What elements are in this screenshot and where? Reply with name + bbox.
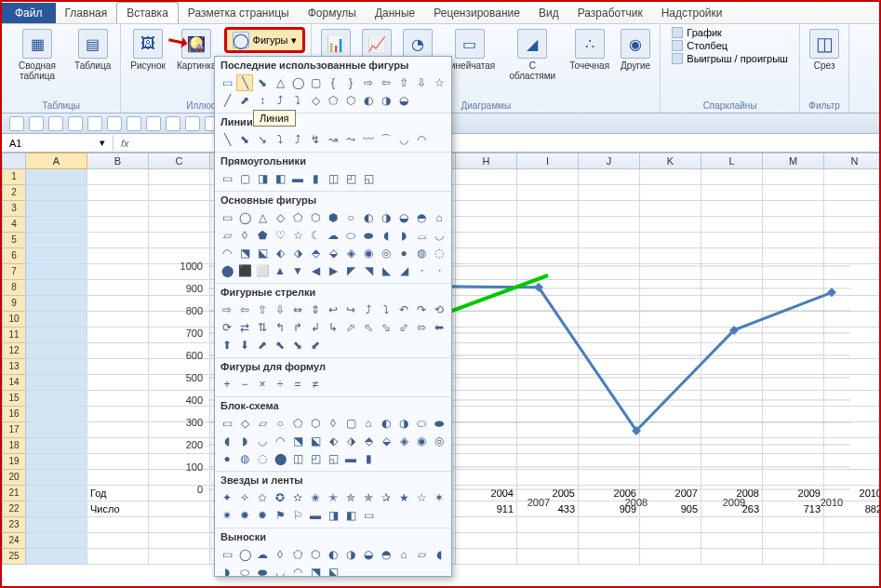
cell-J3[interactable] — [579, 201, 640, 217]
shape-option[interactable]: ▮ — [360, 450, 377, 467]
row-header-7[interactable]: 7 — [2, 264, 26, 280]
cell-B1[interactable] — [87, 169, 149, 185]
shape-option[interactable]: ⬟ — [254, 227, 271, 244]
cell-J2[interactable] — [579, 185, 640, 201]
shape-option[interactable]: ⬬ — [360, 227, 377, 244]
cell-B16[interactable] — [87, 407, 149, 422]
cell-C3[interactable] — [149, 201, 210, 217]
shape-option[interactable]: ◌ — [254, 450, 271, 467]
shape-option[interactable]: ◧ — [272, 170, 288, 187]
row-header-2[interactable]: 2 — [2, 185, 26, 201]
cell-A19[interactable] — [26, 454, 87, 470]
shape-option[interactable]: ✦ — [219, 489, 235, 506]
shape-option[interactable]: ▱ — [254, 415, 271, 432]
shape-option[interactable]: ⇅ — [254, 319, 271, 336]
cell-M3[interactable] — [763, 201, 824, 217]
shape-option[interactable]: ☆ — [289, 227, 306, 244]
column-header-M[interactable]: M — [763, 153, 824, 169]
shape-option[interactable]: ▭ — [219, 415, 235, 432]
row-header-16[interactable]: 16 — [2, 407, 26, 422]
shape-option[interactable]: ⬤ — [219, 262, 235, 279]
shape-option[interactable]: × — [254, 376, 271, 393]
shapes-button[interactable]: ◯ Фигуры ▾ — [224, 27, 306, 53]
cell-N3[interactable] — [824, 201, 879, 217]
shape-option[interactable]: ↶ — [395, 301, 412, 318]
cell-I3[interactable] — [517, 201, 579, 217]
shape-option[interactable]: ◫ — [289, 450, 306, 467]
shape-option[interactable]: ◧ — [342, 507, 359, 524]
cell-A3[interactable] — [26, 201, 87, 217]
pivot-table-button[interactable]: ▦ Сводная таблица — [7, 27, 67, 83]
cell-A23[interactable] — [26, 517, 87, 533]
cell-N4[interactable] — [824, 217, 879, 233]
shape-option[interactable]: ◐ — [378, 415, 394, 432]
shape-option[interactable]: ⬉ — [272, 337, 288, 354]
shape-option[interactable]: ◐ — [360, 92, 377, 109]
shape-option[interactable]: ⬗ — [289, 245, 306, 261]
shape-option[interactable]: ☆ — [413, 489, 430, 506]
row-header-11[interactable]: 11 — [2, 327, 26, 343]
shape-option[interactable]: ▭ — [360, 507, 377, 524]
qat-icon[interactable] — [68, 116, 83, 131]
cell-B2[interactable] — [87, 185, 149, 201]
shape-option[interactable]: ╱ — [219, 92, 235, 109]
shape-option[interactable]: ⬭ — [413, 415, 430, 432]
shape-option[interactable]: ◑ — [342, 546, 359, 563]
table-button[interactable]: ▤ Таблица — [71, 27, 114, 73]
sparkline-column-button[interactable]: Столбец — [672, 40, 727, 51]
shape-option[interactable]: ⌂ — [395, 546, 412, 563]
shape-option[interactable]: ◥ — [360, 262, 377, 279]
cell-C25[interactable] — [149, 549, 210, 565]
row-header-18[interactable]: 18 — [2, 438, 26, 454]
shape-option[interactable]: ⤵ — [289, 92, 306, 109]
cell-C5[interactable] — [149, 233, 210, 248]
shape-option[interactable]: ◐ — [360, 209, 377, 226]
shape-option[interactable]: ◊ — [236, 227, 253, 244]
cell-B18[interactable] — [87, 438, 149, 454]
shape-option[interactable]: ⬂ — [378, 319, 394, 336]
fx-icon[interactable]: fx — [113, 138, 137, 149]
cell-A17[interactable] — [26, 422, 87, 438]
shape-option[interactable]: ◊ — [272, 546, 288, 563]
shape-option[interactable]: ⬜ — [254, 262, 271, 279]
row-header-17[interactable]: 17 — [2, 422, 26, 438]
shape-option[interactable]: ◤ — [342, 262, 359, 279]
cell-K5[interactable] — [640, 233, 701, 248]
shape-option[interactable]: ⟳ — [219, 319, 235, 336]
shape-option[interactable]: ⚑ — [272, 507, 288, 524]
row-header-21[interactable]: 21 — [2, 486, 26, 501]
shape-option[interactable]: ▼ — [289, 262, 306, 279]
shape-option[interactable]: ▶ — [325, 262, 341, 279]
cell-B4[interactable] — [87, 217, 149, 233]
shape-option[interactable]: ⬝ — [413, 262, 430, 279]
shape-option[interactable]: ⬠ — [325, 92, 341, 109]
cell-K1[interactable] — [640, 169, 701, 185]
shape-option[interactable]: ⬃ — [395, 319, 412, 336]
shape-option[interactable]: ◉ — [360, 245, 377, 261]
shape-option[interactable]: ⬬ — [254, 564, 271, 577]
shape-option[interactable]: ⇧ — [395, 74, 412, 91]
cell-A4[interactable] — [26, 217, 87, 233]
shape-option[interactable]: ◯ — [236, 546, 253, 563]
cell-K2[interactable] — [640, 185, 701, 201]
shape-option[interactable]: ◠ — [413, 131, 430, 148]
shape-option[interactable]: ⬀ — [342, 319, 359, 336]
shape-option[interactable]: ╲ — [219, 131, 235, 148]
shape-option[interactable]: ↰ — [272, 319, 288, 336]
shape-option[interactable]: ◯ — [236, 209, 253, 226]
cell-H1[interactable] — [456, 169, 517, 185]
file-tab[interactable]: Файл — [2, 3, 56, 23]
cell-J5[interactable] — [579, 233, 640, 248]
row-header-5[interactable]: 5 — [2, 233, 26, 248]
shape-option[interactable]: = — [289, 376, 306, 393]
cell-B20[interactable] — [87, 470, 149, 486]
cell-B25[interactable] — [87, 549, 149, 565]
shape-option[interactable]: ⤳ — [342, 131, 359, 148]
cell-L1[interactable] — [701, 169, 763, 185]
shape-option[interactable]: ⇦ — [236, 301, 253, 318]
shape-option[interactable]: ✰ — [378, 489, 394, 506]
shape-option[interactable]: ▮ — [307, 170, 324, 187]
shape-option[interactable]: ⬙ — [325, 245, 341, 261]
shape-option[interactable]: ✪ — [272, 489, 288, 506]
shape-option[interactable]: ◖ — [431, 546, 447, 563]
